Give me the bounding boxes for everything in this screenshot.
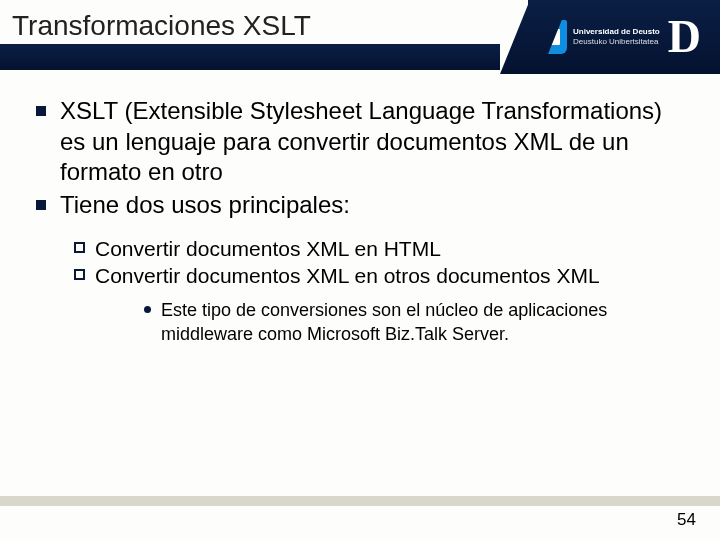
slide-title: Transformaciones XSLT <box>12 10 311 42</box>
subsub-list: Este tipo de conversiones son el núcleo … <box>74 289 688 346</box>
footer-stripe <box>0 496 720 506</box>
bullet-text: Tiene dos usos principales: <box>60 190 350 221</box>
university-logo: Universidad de Deusto Deustuko Unibertsi… <box>500 0 720 74</box>
subsub-bullet-text: Este tipo de conversiones son el núcleo … <box>161 299 688 346</box>
header-dark-bar <box>0 44 500 70</box>
list-item: Convertir documentos XML en HTML <box>74 235 688 262</box>
hollow-square-bullet-icon <box>74 242 85 253</box>
square-bullet-icon <box>36 200 46 210</box>
list-item: Convertir documentos XML en otros docume… <box>74 262 688 289</box>
bullet-text: XSLT (Extensible Stylesheet Language Tra… <box>60 96 688 188</box>
list-item: Tiene dos usos principales: <box>36 190 688 221</box>
page-number: 54 <box>677 510 696 530</box>
logo-line1: Universidad de Deusto <box>573 27 660 37</box>
list-item: XSLT (Extensible Stylesheet Language Tra… <box>36 96 688 188</box>
list-item: Este tipo de conversiones son el núcleo … <box>144 299 688 346</box>
slide-header: Transformaciones XSLT Universidad de Deu… <box>0 0 720 74</box>
dot-bullet-icon <box>144 306 151 313</box>
square-bullet-icon <box>36 106 46 116</box>
sub-bullet-text: Convertir documentos XML en HTML <box>95 235 441 262</box>
slide-content: XSLT (Extensible Stylesheet Language Tra… <box>0 74 720 346</box>
logo-text: Universidad de Deusto Deustuko Unibertsi… <box>573 27 660 46</box>
logo-letter: D <box>666 14 703 60</box>
sub-list: Convertir documentos XML en HTML Convert… <box>36 223 688 346</box>
logo-line2: Deustuko Unibertsitatea <box>573 37 660 47</box>
hollow-square-bullet-icon <box>74 269 85 280</box>
sub-bullet-text: Convertir documentos XML en otros docume… <box>95 262 600 289</box>
